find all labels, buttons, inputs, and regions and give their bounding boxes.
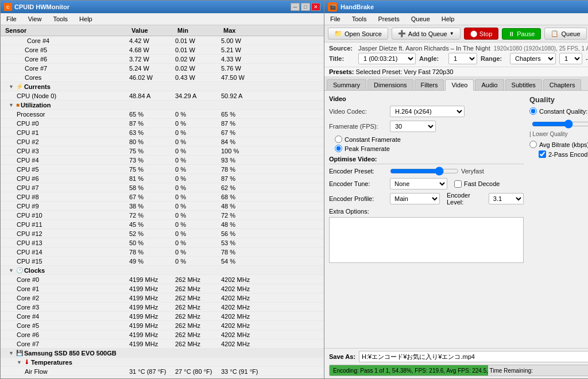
menu-file[interactable]: File — [3, 14, 20, 24]
table-row: Core #6 4199 MHz262 MHz4202 MHz — [1, 330, 324, 339]
queue-dropdown-arrow: ▼ — [450, 31, 454, 36]
codec-label: Video Codec: — [329, 108, 386, 115]
source-filename: Jasper Dietze ft. Aaron Richards – In Th… — [358, 45, 490, 52]
two-pass-item: 2-Pass Encoding — [539, 150, 588, 158]
encoder-tune-select[interactable]: None — [390, 178, 447, 190]
table-row: Core #3 4199 MHz262 MHz4202 MHz — [1, 303, 324, 312]
encoder-profile-select[interactable]: Main — [390, 193, 440, 204]
close-button[interactable]: ✕ — [311, 3, 320, 11]
optimise-section: Optimise Video: Encoder Preset: Veryfast… — [329, 156, 524, 264]
fast-decode-item: Fast Decode — [454, 180, 500, 188]
hb-menu-file[interactable]: File — [327, 14, 344, 24]
encoder-tune-row: Encoder Tune: None Fast Decode — [329, 178, 524, 190]
table-row: Core #5 4199 MHz262 MHz4202 MHz — [1, 321, 324, 330]
encoder-level-select[interactable]: 3.1 — [489, 193, 524, 204]
table-row: Core #0 4199 MHz262 MHz4202 MHz — [1, 275, 324, 284]
extra-options-section: Extra Options: — [329, 208, 524, 264]
constant-quality-radio[interactable] — [529, 107, 537, 115]
lower-quality-label: | Lower Quality — [529, 131, 588, 137]
currents-section: ▼⚡ Currents — [1, 82, 324, 91]
hb-menu-help[interactable]: Help — [438, 14, 458, 24]
tab-video[interactable]: Video — [445, 79, 474, 91]
quality-section: Quality Constant Quality: 23 | Lower Qua… — [529, 95, 588, 343]
encoder-preset-value: Veryfast — [461, 168, 484, 175]
framerate-select[interactable]: 30 — [390, 121, 436, 132]
angle-select[interactable]: 1 — [448, 53, 477, 64]
framerate-mode-group: Constant Framerate Peak Framerate — [329, 136, 524, 152]
queue-button[interactable]: 📋 Queue — [544, 28, 586, 40]
minimize-button[interactable]: ─ — [291, 3, 300, 11]
table-row: Core #5 4.68 W0.01 W5.21 W — [1, 45, 324, 55]
peak-framerate-radio[interactable] — [335, 145, 342, 152]
title-select[interactable]: 1 (00:03:21) — [358, 53, 416, 64]
table-row: Core #4 4199 MHz262 MHz4202 MHz — [1, 312, 324, 321]
constant-framerate-item: Constant Framerate — [335, 136, 524, 143]
cpuid-menu-bar: File View Tools Help — [1, 13, 324, 25]
codec-row: Video Codec: H.264 (x264) — [329, 106, 524, 117]
cpuid-icon: C — [4, 3, 12, 11]
stop-icon: ⬤ — [470, 30, 477, 37]
open-source-button[interactable]: 📁 Open Source — [328, 28, 388, 40]
table-row: CPU #4 73 %0 %93 % — [1, 156, 324, 165]
cpuid-titlebar: C CPUID HWMonitor ─ □ ✕ — [1, 1, 324, 13]
extra-options-label: Extra Options: — [329, 208, 386, 215]
table-row: Core #2 4199 MHz262 MHz4202 MHz — [1, 293, 324, 303]
constant-framerate-label: Constant Framerate — [345, 136, 401, 143]
utilization-section: ▼■ Utilization — [1, 100, 324, 110]
angle-label: Angle: — [419, 55, 445, 62]
open-source-icon: 📁 — [334, 30, 342, 37]
encoding-status-text: Encoding: Pass 1 of 1, 54.38%, FPS: 219.… — [330, 365, 588, 376]
hb-logo-icon: 🎬 — [328, 2, 337, 11]
quality-slider[interactable] — [532, 119, 588, 129]
stop-button[interactable]: ⬤ Stop — [464, 28, 499, 40]
save-path-input[interactable] — [359, 351, 588, 362]
avg-bitrate-radio[interactable] — [529, 141, 537, 148]
hb-menu-queue[interactable]: Queue — [408, 14, 434, 24]
clocks-section: ▼🕐 Clocks — [1, 266, 324, 275]
sensor-table-body: Core #4 4.42 W0.01 W5.00 W Core #5 4.68 … — [1, 36, 324, 378]
table-row: CPU #8 67 %0 %68 % — [1, 192, 324, 202]
avg-bitrate-label: Avg Bitrate (kbps): — [539, 141, 588, 148]
hb-menu-presets[interactable]: Presets — [374, 14, 403, 24]
menu-view[interactable]: View — [25, 14, 45, 24]
menu-tools[interactable]: Tools — [49, 14, 71, 24]
peak-framerate-item: Peak Framerate — [335, 145, 524, 152]
table-row: Cores 46.02 W0.43 W47.50 W — [1, 73, 324, 82]
tab-summary[interactable]: Summary — [327, 79, 366, 90]
table-header: Sensor Value Min Max — [1, 25, 324, 36]
encoder-profile-row: Encoder Profile: Main Encoder Level: 3.1 — [329, 192, 524, 206]
fast-decode-checkbox[interactable] — [454, 180, 462, 188]
pause-button[interactable]: ⏸ Pause — [502, 28, 541, 40]
hb-menu-bar: File Tools Presets Queue Help — [324, 13, 588, 25]
tab-filters[interactable]: Filters — [415, 79, 444, 90]
handbrake-window: 🎬 HandBrake ─ □ ✕ File Tools Presets Que… — [324, 0, 588, 379]
table-row: Core #1 4199 MHz262 MHz4202 MHz — [1, 284, 324, 293]
save-as-label: Save As: — [329, 353, 355, 360]
codec-select[interactable]: H.264 (x264) — [390, 106, 465, 117]
maximize-button[interactable]: □ — [301, 3, 310, 11]
video-settings: Video Video Codec: H.264 (x264) Framerat… — [329, 95, 524, 343]
tab-dimensions[interactable]: Dimensions — [368, 79, 413, 90]
add-to-queue-button[interactable]: ➕ Add to Queue ▼ — [392, 28, 461, 40]
menu-help[interactable]: Help — [76, 14, 96, 24]
table-row: CPU #5 75 %0 %78 % — [1, 165, 324, 174]
two-pass-label: 2-Pass Encoding — [548, 151, 588, 158]
two-pass-checkbox[interactable] — [539, 150, 546, 158]
tab-chapters[interactable]: Chapters — [543, 79, 582, 90]
tab-subtitles[interactable]: Subtitles — [505, 79, 542, 90]
constant-framerate-radio[interactable] — [335, 136, 342, 143]
cpuid-content: Sensor Value Min Max Core #4 4.42 W0.01 … — [1, 25, 324, 378]
hb-menu-tools[interactable]: Tools — [349, 14, 370, 24]
range-start-select[interactable]: 1 — [559, 53, 582, 64]
tab-audio[interactable]: Audio — [475, 79, 504, 90]
table-row: CPU (Node 0) 48.84 A34.29 A50.92 A — [1, 91, 324, 100]
pause-icon: ⏸ — [508, 30, 514, 37]
range-type-select[interactable]: Chapters — [510, 53, 556, 64]
table-row: Core #6 3.72 W0.02 W4.33 W — [1, 55, 324, 64]
hb-bottom: Save As: Encoding: Pass 1 of 1, 54.38%, … — [324, 348, 588, 378]
title-label: Title: — [329, 55, 355, 62]
extra-options-textarea[interactable] — [329, 217, 524, 263]
encoder-preset-slider[interactable] — [390, 167, 459, 176]
constant-quality-label: Constant Quality: — [539, 108, 587, 115]
table-row: CPU #10 72 %0 %72 % — [1, 211, 324, 220]
